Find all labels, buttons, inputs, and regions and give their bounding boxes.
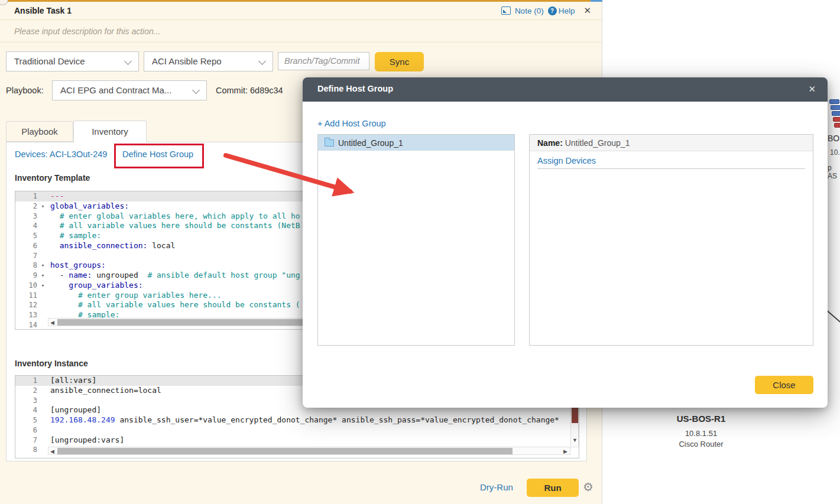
group-name-row: Name: Untitled_Group_1 — [530, 135, 813, 151]
fold-spacer — [39, 405, 47, 415]
close-icon[interactable]: ✕ — [583, 5, 591, 16]
line-number: 11 — [15, 291, 39, 301]
dialog-close-button[interactable]: Close — [755, 376, 813, 394]
description-field[interactable]: Please input description for this action… — [0, 20, 602, 43]
dialog-close-icon[interactable]: ✕ — [808, 84, 816, 95]
code-text: 192.168.48.249 ansible_ssh_user=*value_e… — [48, 415, 559, 425]
define-host-group-dialog: Define Host Group ✕ + Add Host Group Unt… — [303, 77, 828, 408]
line-number: 6 — [15, 241, 39, 251]
devices-link[interactable]: Devices: ACI-L3Out-249 — [15, 149, 107, 159]
line-number: 7 — [15, 435, 39, 446]
line-number: 1 — [15, 191, 39, 201]
scroll-left-icon[interactable]: ◀ — [50, 320, 54, 326]
line-number-gutter: 8 — [15, 445, 48, 455]
chevron-down-icon — [124, 57, 132, 65]
code-text: # all variable values here should be con… — [48, 300, 300, 310]
repo-select[interactable]: ACI Ansible Repo — [144, 51, 273, 71]
scrollbar-thumb[interactable] — [57, 448, 513, 454]
help-icon[interactable]: ? — [548, 6, 557, 15]
playbook-select[interactable]: ACI EPG and Contract Ma... — [52, 80, 207, 100]
line-number: 10 — [15, 281, 39, 291]
fold-spacer — [39, 386, 47, 396]
help-button[interactable]: Help — [559, 6, 575, 15]
fold-spacer — [39, 445, 47, 455]
fold-arrow-icon[interactable]: ▾ — [39, 201, 47, 212]
code-line: 7[ungrouped:vars] — [15, 435, 579, 446]
code-text: # all variable values here should be con… — [48, 221, 300, 231]
fold-spacer — [39, 425, 47, 435]
code-text — [48, 251, 50, 261]
line-number-gutter: 6 — [15, 425, 48, 435]
scroll-left-icon[interactable]: ◀ — [50, 448, 54, 454]
fold-spacer — [39, 191, 47, 201]
annotation-red-box — [114, 144, 204, 168]
fold-spacer — [39, 291, 47, 301]
fold-spacer — [39, 415, 47, 425]
fold-spacer — [39, 212, 47, 222]
fold-spacer — [39, 435, 47, 446]
map-node-name: US-BOS-R1 — [648, 414, 754, 424]
line-number: 8 — [15, 445, 39, 455]
line-number: 14 — [15, 320, 39, 330]
annotation-red-arrow — [219, 148, 378, 207]
assign-devices-link[interactable]: Assign Devices — [537, 156, 596, 165]
folder-icon — [325, 139, 334, 147]
dialog-header[interactable]: Define Host Group ✕ — [303, 77, 828, 102]
line-number-gutter: 12 — [15, 300, 48, 310]
line-number-gutter: 5 — [15, 415, 48, 425]
dry-run-link[interactable]: Dry-Run — [480, 482, 513, 492]
branch-placeholder: Branch/Tag/Commit — [284, 56, 360, 66]
code-text: ansible_connection=local — [48, 386, 161, 396]
run-button[interactable]: Run — [527, 479, 579, 497]
fold-arrow-icon[interactable]: ▾ — [39, 261, 47, 271]
fold-arrow-icon[interactable]: ▾ — [39, 281, 47, 291]
line-number-gutter: 7 — [15, 251, 48, 261]
code-text: # enter group variables here... — [48, 291, 222, 301]
inventory-template-label: Inventory Template — [15, 173, 90, 183]
repo-value: ACI Ansible Repo — [152, 56, 222, 66]
dialog-title: Define Host Group — [317, 84, 393, 93]
device-icon-bar — [833, 117, 840, 122]
inventory-instance-label: Inventory Instance — [15, 359, 88, 368]
tab-playbook[interactable]: Playbook — [6, 121, 73, 142]
line-number: 3 — [15, 212, 39, 222]
line-number: 7 — [15, 251, 39, 261]
window-title: Ansible Task 1 — [14, 6, 72, 15]
host-group-detail-panel: Name: Untitled_Group_1 Assign Devices — [529, 134, 813, 346]
line-number: 8 — [15, 261, 39, 271]
note-icon[interactable] — [501, 6, 511, 15]
line-number-gutter: 7 — [15, 435, 48, 446]
code-text: # enter global variables here, which app… — [48, 212, 300, 222]
code-text: host_groups: — [48, 261, 106, 271]
commit-label: Commit: 6d89c34 — [216, 86, 283, 95]
branch-tag-commit-input[interactable]: Branch/Tag/Commit — [278, 52, 369, 70]
gear-icon[interactable]: ⚙ — [583, 480, 593, 494]
line-number: 2 — [15, 201, 39, 212]
line-number: 9 — [15, 271, 39, 281]
sync-button[interactable]: Sync — [375, 52, 424, 71]
device-type-value: Traditional Device — [14, 56, 85, 66]
playbook-label: Playbook: — [6, 86, 44, 95]
fold-arrow-icon[interactable]: ▾ — [39, 271, 47, 281]
scroll-down-icon[interactable]: ▼ — [572, 437, 578, 443]
divider — [537, 168, 805, 169]
code-text: group_variables: — [48, 281, 143, 291]
line-number-gutter: 4 — [15, 221, 48, 231]
tab-inventory[interactable]: Inventory — [73, 121, 147, 142]
map-node-us-bos-r1[interactable]: US-BOS-R1 10.8.1.51 Cisco Router — [648, 414, 754, 448]
code-line: 6 — [15, 425, 579, 435]
line-number-gutter: 14 — [15, 320, 48, 330]
line-number-gutter: 9▾ — [15, 271, 48, 281]
line-number-gutter: 4 — [15, 405, 48, 415]
code-text: [ungrouped:vars] — [48, 435, 124, 446]
fold-spacer — [39, 376, 47, 386]
device-type-select[interactable]: Traditional Device — [6, 51, 139, 71]
line-number-gutter: 2 — [15, 386, 48, 396]
note-button[interactable]: Note (0) — [515, 6, 544, 15]
line-number-gutter: 8▾ — [15, 261, 48, 271]
scroll-right-icon[interactable]: ▶ — [563, 448, 567, 454]
add-host-group-link[interactable]: + Add Host Group — [317, 119, 386, 128]
instance-editor-hscrollbar[interactable]: ◀ ▶ — [48, 447, 570, 455]
line-number-gutter: 11 — [15, 291, 48, 301]
line-number-gutter: 3 — [15, 396, 48, 406]
